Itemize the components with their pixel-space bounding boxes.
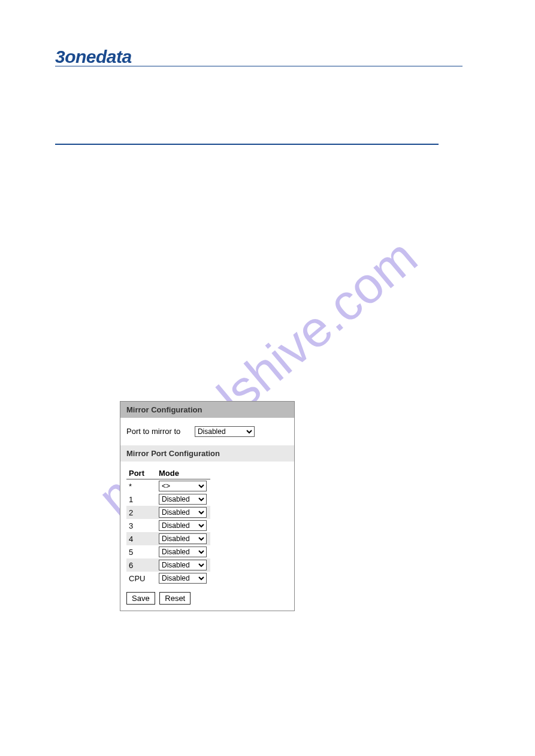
port-cell: * <box>126 479 156 493</box>
mode-select[interactable]: Disabled <box>159 573 207 584</box>
section-divider <box>55 144 439 145</box>
header-divider <box>55 66 463 66</box>
save-button[interactable]: Save <box>126 592 155 605</box>
mirror-to-row: Port to mirror to Disabled <box>120 418 294 445</box>
mode-select[interactable]: Disabled <box>159 507 207 518</box>
table-row: 2Disabled <box>126 506 210 519</box>
port-cell: 1 <box>126 493 156 506</box>
mode-select[interactable]: <> <box>159 481 207 491</box>
table-row: CPUDisabled <box>126 572 210 585</box>
port-cell: CPU <box>126 572 156 585</box>
mode-cell: Disabled <box>156 558 210 572</box>
mode-cell: Disabled <box>156 519 210 532</box>
mode-cell: Disabled <box>156 532 210 545</box>
mode-cell: Disabled <box>156 493 210 506</box>
col-mode: Mode <box>156 467 210 479</box>
mode-cell: Disabled <box>156 545 210 558</box>
mode-select[interactable]: Disabled <box>159 546 207 557</box>
port-cell: 3 <box>126 519 156 532</box>
port-cell: 4 <box>126 532 156 545</box>
port-cell: 6 <box>126 558 156 572</box>
table-row: 4Disabled <box>126 532 210 545</box>
port-cell: 5 <box>126 545 156 558</box>
mode-cell: Disabled <box>156 572 210 585</box>
mirror-to-label: Port to mirror to <box>126 427 180 436</box>
table-row: 5Disabled <box>126 545 210 558</box>
mode-cell: <> <box>156 479 210 493</box>
col-port: Port <box>126 467 156 479</box>
mode-cell: Disabled <box>156 506 210 519</box>
table-row: 6Disabled <box>126 558 210 572</box>
table-row: 1Disabled <box>126 493 210 506</box>
mirror-port-table: Port Mode *<>1Disabled2Disabled3Disabled… <box>126 467 210 585</box>
mirror-port-section-title: Mirror Port Configuration <box>120 445 294 462</box>
reset-button[interactable]: Reset <box>159 592 191 605</box>
mirror-to-select[interactable]: Disabled <box>195 426 255 437</box>
panel-title: Mirror Configuration <box>120 402 294 418</box>
mode-select[interactable]: Disabled <box>159 494 207 505</box>
mode-select[interactable]: Disabled <box>159 520 207 531</box>
mode-select[interactable]: Disabled <box>159 533 207 544</box>
table-row: 3Disabled <box>126 519 210 532</box>
mode-select[interactable]: Disabled <box>159 560 207 570</box>
brand-logo: 3onedata <box>55 47 132 67</box>
port-cell: 2 <box>126 506 156 519</box>
mirror-config-panel: Mirror Configuration Port to mirror to D… <box>120 401 295 611</box>
button-row: Save Reset <box>120 587 294 611</box>
table-row: *<> <box>126 479 210 493</box>
